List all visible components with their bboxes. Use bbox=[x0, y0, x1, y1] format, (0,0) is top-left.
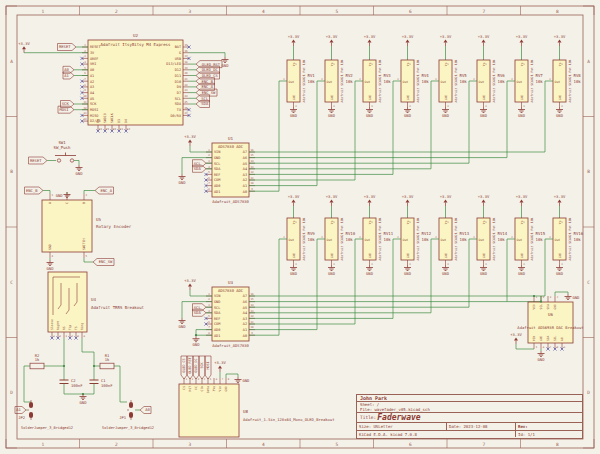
svg-text:3: 3 bbox=[188, 442, 191, 447]
power-3v3[interactable]: +3.3V bbox=[516, 194, 528, 206]
trrs-rc-network[interactable]: R21kC2100nFC1100nFGNDR11kA1A0JP2JP1Solde… bbox=[15, 338, 154, 430]
power-3v3[interactable]: +3.3V bbox=[440, 194, 452, 206]
power-gnd[interactable]: GND bbox=[442, 107, 450, 118]
component-slider-rv4[interactable]: +3.3V1VsOut2GND3GNDAdafruit SC6021 Pot 1… bbox=[393, 34, 429, 118]
hier-label-sda[interactable]: SDA bbox=[193, 165, 207, 172]
component-slider-rv15[interactable]: +3.3V1VsOut2GND3GNDAdafruit SC6021 Pot 1… bbox=[507, 194, 546, 276]
svg-text:Adafruit SC6021 Pot 10k: Adafruit SC6021 Pot 10k bbox=[340, 59, 344, 102]
power-gnd[interactable]: GND bbox=[366, 265, 374, 276]
power-3v3[interactable]: +3.3V bbox=[510, 332, 522, 344]
component-rotary-encoder[interactable]: U5Rotary Encoder1A2C3BENC_BGNDENC_A4GND5… bbox=[25, 187, 132, 271]
hier-label-mosi[interactable]: MOSI bbox=[58, 106, 74, 113]
hier-label-sck[interactable]: SCK bbox=[199, 356, 205, 379]
component-oled[interactable]: U8Adafruit_1.5in_128x64_Mono_OLED_Breako… bbox=[179, 356, 334, 437]
component-slider-rv7[interactable]: +3.3V1VsOut2GND3GNDAdafruit SC6021 Pot 1… bbox=[507, 34, 543, 118]
power-gnd[interactable]: GND bbox=[76, 165, 84, 176]
power-gnd[interactable]: GND bbox=[193, 336, 201, 347]
power-3v3[interactable]: +3.3V bbox=[364, 194, 376, 206]
component-slider-rv16[interactable]: +3.3V1VsOut2GND3GNDAdafruit SC6021 Pot 1… bbox=[545, 194, 584, 276]
component-mcu[interactable]: U2Adafruit ItsyBitsy M4 Express1RESET23V… bbox=[18, 33, 229, 133]
solder-jumper-jp2[interactable] bbox=[27, 400, 33, 420]
power-3v3[interactable]: +3.3V bbox=[554, 34, 566, 46]
component-slider-rv1[interactable]: +3.3V1VsOut2GND3GNDAdafruit SC6021 Pot 1… bbox=[279, 34, 315, 118]
power-3v3[interactable]: +3.3V bbox=[554, 194, 566, 206]
component-reset-button[interactable]: SW1SW_PushRESETGND bbox=[29, 140, 84, 176]
component-slider-rv14[interactable]: +3.3V1VsOut2GND3GNDAdafruit SC6021 Pot 1… bbox=[469, 194, 508, 276]
power-gnd[interactable]: GND bbox=[235, 377, 251, 383]
svg-text:GND: GND bbox=[179, 324, 187, 329]
power-3v3[interactable]: +3.3V bbox=[214, 360, 226, 372]
power-3v3[interactable]: +3.3V bbox=[326, 34, 338, 46]
power-gnd[interactable]: GND bbox=[538, 351, 546, 362]
component-slider-rv13[interactable]: +3.3V1VsOut2GND3GNDAdafruit SC6021 Pot 1… bbox=[431, 194, 470, 276]
power-3v3[interactable]: +3.3V bbox=[402, 34, 414, 46]
power-3v3[interactable]: +3.3V bbox=[288, 34, 300, 46]
component-slider-rv8[interactable]: +3.3V1VsOut2GND3GNDAdafruit SC6021 Pot 1… bbox=[545, 34, 581, 118]
svg-text:GND: GND bbox=[520, 94, 524, 100]
power-3v3[interactable]: +3.3V bbox=[288, 194, 300, 206]
component-trrs-breakout[interactable]: U4Adafruit TRRS Breakout1Sleeve2Right3RS… bbox=[48, 272, 145, 340]
hier-label-enc_a[interactable]: ENC_A bbox=[95, 187, 114, 194]
component-slider-rv2[interactable]: +3.3V1VsOut2GND3GNDAdafruit SC6021 Pot 1… bbox=[317, 34, 353, 118]
component-slider-rv10[interactable]: +3.3V1VsOut2GND3GNDAdafruit SC6021 Pot 1… bbox=[317, 194, 356, 276]
component-slider-rv3[interactable]: +3.3V1VsOut2GND3GNDAdafruit SC6021 Pot 1… bbox=[355, 34, 391, 118]
svg-text:TS: TS bbox=[74, 326, 78, 330]
hier-label-sda[interactable]: SDA bbox=[196, 101, 210, 108]
hier-label-mosi[interactable]: MOSI bbox=[205, 356, 211, 379]
svg-text:3: 3 bbox=[84, 55, 86, 58]
power-3v3[interactable]: +3.3V bbox=[440, 34, 452, 46]
power-gnd[interactable]: GND bbox=[328, 107, 336, 118]
hier-label-a1[interactable]: A1 bbox=[63, 72, 74, 79]
hier-label-oled_cs[interactable]: OLED_CS bbox=[181, 356, 187, 379]
power-gnd[interactable]: GND bbox=[556, 265, 564, 276]
power-3v3[interactable]: +3.3V bbox=[478, 34, 490, 46]
hier-label-enc_b[interactable]: ENC_B bbox=[25, 187, 44, 194]
power-gnd[interactable]: GND bbox=[404, 265, 412, 276]
component-dac[interactable]: U6Adafruit AD5693R DAC Breakout1VDD2SCL3… bbox=[510, 292, 583, 362]
power-3v3[interactable]: +3.3V bbox=[516, 34, 528, 46]
svg-text:Out: Out bbox=[289, 80, 295, 84]
hier-label-reset[interactable]: RESET bbox=[29, 157, 48, 164]
power-gnd[interactable]: GND bbox=[480, 265, 488, 276]
svg-text:7: 7 bbox=[208, 182, 210, 185]
hier-label-a0[interactable]: A0 bbox=[140, 407, 151, 414]
hier-label-enc_sw[interactable]: ENC_SW bbox=[93, 259, 114, 266]
power-3v3[interactable]: +3.3V bbox=[18, 41, 30, 53]
power-gnd[interactable]: GND bbox=[328, 265, 336, 276]
power-gnd[interactable]: GND bbox=[179, 174, 187, 185]
component-slider-rv5[interactable]: +3.3V1VsOut2GND3GNDAdafruit SC6021 Pot 1… bbox=[431, 34, 467, 118]
power-3v3[interactable]: +3.3V bbox=[402, 194, 414, 206]
svg-text:A5: A5 bbox=[243, 306, 247, 310]
power-gnd[interactable]: GND bbox=[222, 57, 230, 68]
power-gnd[interactable]: GND bbox=[290, 265, 298, 276]
component-adc-u1[interactable]: U1ADS7830 ADCAdafruit_ADS78301VIN2GND3SC… bbox=[179, 134, 256, 204]
hier-label-oled_dc[interactable]: OLED_DC bbox=[193, 356, 199, 379]
svg-text:VIN: VIN bbox=[214, 294, 220, 298]
power-gnd[interactable]: GND bbox=[366, 107, 374, 118]
solder-jumper-jp1[interactable] bbox=[127, 400, 133, 420]
component-adc-u3[interactable]: U3ADS7830 ADCAdafruit_ADS78301VIN2GND3SC… bbox=[179, 278, 256, 348]
power-3v3[interactable]: +3.3V bbox=[184, 278, 196, 290]
power-gnd[interactable]: GND bbox=[404, 107, 412, 118]
power-gnd[interactable]: GND bbox=[480, 107, 488, 118]
power-3v3[interactable]: +3.3V bbox=[184, 134, 196, 146]
power-gnd[interactable]: GND bbox=[565, 294, 581, 300]
hier-label-sda[interactable]: SDA bbox=[193, 309, 207, 316]
hier-label-oled_rst[interactable]: OLED_RST bbox=[187, 356, 193, 379]
component-slider-rv11[interactable]: +3.3V1VsOut2GND3GNDAdafruit SC6021 Pot 1… bbox=[355, 194, 394, 276]
power-3v3[interactable]: +3.3V bbox=[478, 194, 490, 206]
component-slider-rv9[interactable]: +3.3V1VsOut2GND3GNDAdafruit SC6021 Pot 1… bbox=[279, 194, 315, 276]
power-gnd[interactable]: GND bbox=[80, 394, 88, 405]
power-gnd[interactable]: GND bbox=[290, 107, 298, 118]
power-gnd[interactable]: GND bbox=[518, 265, 526, 276]
component-slider-rv12[interactable]: +3.3V1VsOut2GND3GNDAdafruit SC6021 Pot 1… bbox=[393, 194, 432, 276]
power-gnd[interactable]: GND bbox=[179, 318, 187, 329]
hier-label-reset[interactable]: RESET bbox=[58, 44, 77, 51]
power-3v3[interactable]: +3.3V bbox=[364, 34, 376, 46]
power-gnd[interactable]: GND bbox=[47, 260, 55, 271]
power-gnd[interactable]: GND bbox=[442, 265, 450, 276]
power-3v3[interactable]: +3.3V bbox=[326, 194, 338, 206]
power-gnd[interactable]: GND bbox=[518, 107, 526, 118]
power-gnd[interactable]: GND bbox=[556, 107, 564, 118]
component-slider-rv6[interactable]: +3.3V1VsOut2GND3GNDAdafruit SC6021 Pot 1… bbox=[469, 34, 505, 118]
